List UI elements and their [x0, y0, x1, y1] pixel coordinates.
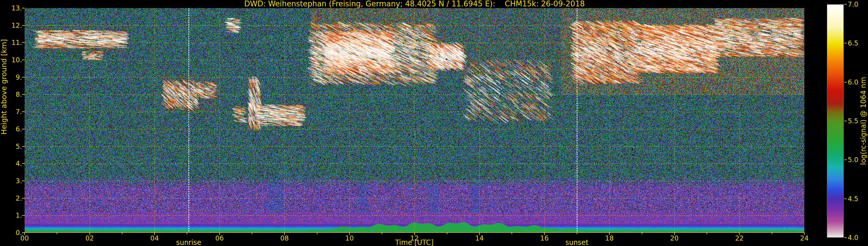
heatmap-canvas [25, 8, 804, 233]
colorbar-tick-mark [844, 4, 846, 5]
colorbar-tick-label: 7.0 [848, 1, 859, 8]
x-tick-label: 04 [151, 235, 159, 242]
y-tick-label: 11. [5, 39, 22, 46]
y-tick-label: 3. [5, 177, 22, 185]
y-tick-label: 5. [5, 143, 22, 150]
y-tick-label: 8. [5, 91, 22, 98]
x-minor-tick-mark [382, 233, 382, 234]
colorbar-title: log(rc-signal) @ 1064 nm [859, 77, 867, 165]
x-tick-label: 06 [215, 235, 224, 242]
x-minor-tick-mark [512, 233, 512, 234]
y-tick-label: 6. [5, 125, 22, 133]
y-tick-label: 10. [5, 56, 22, 64]
x-minor-tick-mark [772, 233, 772, 234]
colorbar-tick-label: 4.5 [848, 195, 859, 203]
y-tick-mark [22, 25, 25, 26]
colorbar-tick-mark [844, 198, 846, 199]
x-minor-tick-mark [252, 233, 252, 234]
x-minor-tick-mark [447, 233, 447, 234]
x-tick-label: 22 [735, 235, 744, 242]
x-tick-label: 18 [605, 235, 614, 242]
y-tick-mark [22, 42, 25, 43]
colorbar [827, 4, 844, 238]
y-tick-label: 13. [5, 4, 22, 12]
x-minor-tick-mark [187, 233, 187, 234]
x-tick-label: 02 [85, 235, 94, 242]
x-minor-tick-mark [317, 233, 317, 234]
annotation-label-sunset: sunset [565, 239, 589, 246]
y-tick-label: 2. [5, 194, 22, 202]
x-tick-label: 08 [280, 235, 289, 242]
ceilometer-quicklook-figure: DWD: Weihenstephan (Freising, Germany; 4… [0, 0, 868, 246]
colorbar-tick-mark [844, 159, 846, 160]
y-tick-label: 7. [5, 108, 22, 116]
figure-title: DWD: Weihenstephan (Freising, Germany; 4… [25, 0, 804, 7]
colorbar-tick-label: 5.5 [848, 117, 859, 125]
x-tick-label: 10 [345, 235, 353, 242]
x-tick-label: 14 [475, 235, 484, 242]
x-tick-label: 24 [800, 235, 808, 242]
y-tick-mark [22, 94, 25, 95]
colorbar-tick-mark [844, 82, 846, 83]
y-tick-mark [22, 60, 25, 60]
annotation-label-sunrise: sunrise [176, 239, 202, 246]
y-axis-title: Height above ground [km] [0, 39, 8, 134]
y-tick-mark [22, 129, 25, 129]
y-tick-mark [22, 77, 25, 78]
x-tick-label: 12 [410, 235, 418, 242]
x-tick-label: 20 [670, 235, 679, 242]
y-tick-mark [22, 181, 25, 181]
colorbar-tick-mark [844, 43, 846, 43]
colorbar-tick-label: 6.5 [848, 39, 859, 47]
colorbar-tick-mark [844, 237, 846, 238]
colorbar-tick-label: 6.0 [848, 79, 859, 86]
y-tick-mark [22, 233, 25, 233]
x-minor-tick-mark [642, 233, 642, 234]
x-minor-tick-mark [577, 233, 577, 234]
x-tick-label: 16 [540, 235, 549, 242]
y-tick-mark [22, 163, 25, 164]
y-tick-mark [22, 146, 25, 147]
y-tick-mark [22, 8, 25, 8]
y-tick-label: 12. [5, 22, 22, 29]
y-tick-label: 1. [5, 212, 22, 219]
colorbar-tick-mark [844, 121, 846, 121]
x-minor-tick-mark [122, 233, 122, 234]
x-minor-tick-mark [707, 233, 707, 234]
y-tick-label: 9. [5, 73, 22, 81]
y-tick-label: 0. [5, 229, 22, 237]
y-tick-mark [22, 112, 25, 112]
colorbar-gradient [827, 5, 843, 237]
y-tick-mark [22, 198, 25, 198]
x-minor-tick-mark [57, 233, 57, 234]
y-tick-mark [22, 215, 25, 216]
colorbar-tick-label: 4.0 [848, 234, 859, 241]
y-tick-label: 4. [5, 160, 22, 167]
colorbar-tick-label: 5.0 [848, 156, 859, 163]
